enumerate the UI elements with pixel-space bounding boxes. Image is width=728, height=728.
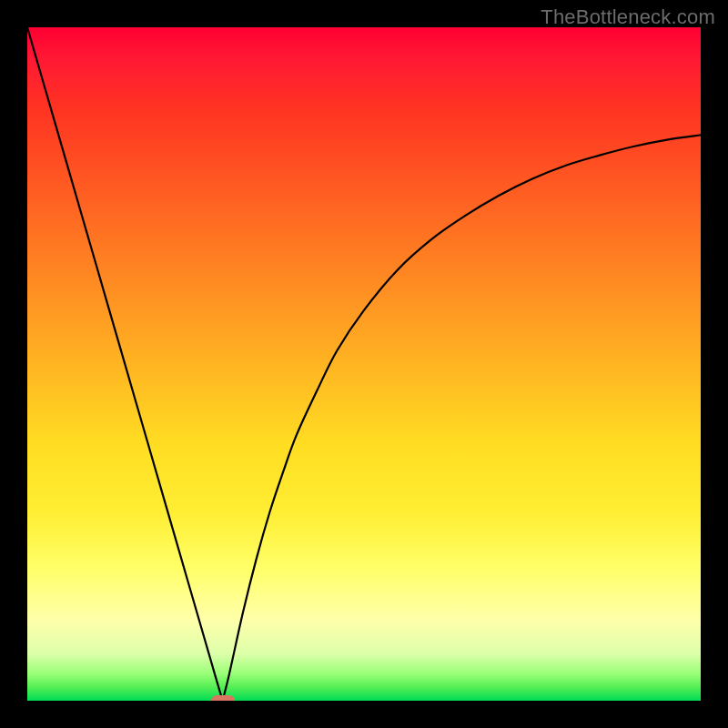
minimum-marker-icon [211,695,235,701]
plot-area [27,27,701,701]
watermark-text: TheBottleneck.com [541,5,715,29]
chart-frame: TheBottleneck.com [0,0,728,728]
bottleneck-curve [27,27,701,701]
curve-svg [27,27,701,701]
